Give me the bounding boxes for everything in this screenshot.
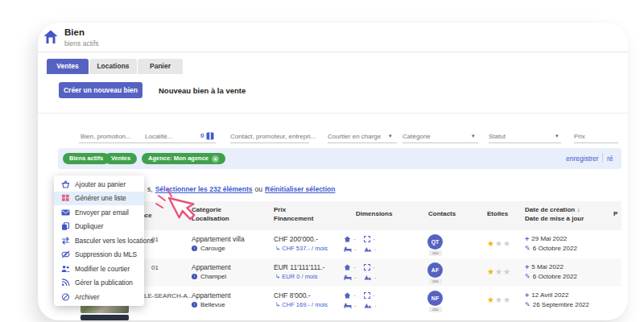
header-label: Date de création	[525, 206, 575, 213]
map-icon[interactable]	[206, 132, 214, 140]
header-etoiles: Etoiles	[487, 210, 508, 217]
dim-value: -	[354, 246, 357, 253]
cell-prix: CHF 200'000.-	[274, 235, 318, 243]
basket-icon	[61, 180, 70, 188]
menu-item-label: Ajouter au panier	[75, 180, 126, 188]
table-row[interactable]: LE-SEARCH-A... Appartement i Bellevue CH…	[77, 287, 621, 315]
property-photo-thumbnail[interactable]	[80, 315, 129, 320]
selection-prefix: s,	[147, 185, 153, 193]
info-icon: i	[192, 302, 197, 308]
header-divider	[38, 52, 628, 52]
cell-prix: CHF 8'000.-	[274, 291, 311, 299]
prix-input[interactable]: Prix	[574, 133, 585, 140]
menu-item-label: Basculer vers les locations	[75, 237, 154, 245]
header-p-cut: P	[613, 210, 617, 217]
info-icon: i	[192, 246, 197, 251]
terrain-icon	[364, 303, 372, 308]
table-row[interactable]: 01 Appartement i Champel EUR 11'111'111.…	[77, 258, 621, 287]
contact-input[interactable]: Contact, promoteur, entrepri...	[230, 133, 316, 140]
cell-financement: CHF 537.- / mois	[282, 245, 328, 252]
contact-role-badge: cou	[429, 279, 442, 284]
bed-icon	[344, 303, 352, 308]
header-categorie: Catégorie	[192, 206, 221, 213]
chip-biens-actifs[interactable]: Biens actifs	[63, 153, 109, 164]
chip-label: Agence: Mon agence	[148, 153, 208, 164]
toolbar-divider	[38, 113, 628, 114]
cell-localisation: Bellevue	[200, 301, 225, 308]
table-header-row: Référence Catégorie Localisation Prix Fi…	[77, 201, 621, 230]
cell-date-creation: 5 Mai 2022	[531, 263, 564, 271]
list-grid-icon	[61, 194, 70, 202]
header-dimensions: Dimensions	[356, 210, 392, 217]
star-rating[interactable]: ★★★	[487, 295, 511, 304]
select-all-link[interactable]: Sélectionner les 232 éléments	[155, 185, 253, 193]
save-filter-link[interactable]: enregistrer	[566, 155, 599, 163]
menu-item-label: Générer une liste	[75, 194, 126, 202]
terrain-icon	[364, 275, 372, 280]
sub-arrow-icon: ↳	[275, 273, 280, 280]
contact-avatar[interactable]: NF	[427, 291, 443, 306]
dim-value: -	[354, 274, 357, 281]
menu-item-label: Archiver	[75, 293, 99, 301]
menu-item-basculer-vers-locations[interactable]: Basculer vers les locations	[54, 233, 144, 248]
menu-item-ajouter-au-panier[interactable]: Ajouter au panier	[54, 177, 144, 192]
star-rating[interactable]: ★★★	[487, 267, 511, 276]
menu-item-archiver[interactable]: Archiver	[54, 290, 144, 304]
table-row[interactable]: 01 Appartement villa i Carouge CHF 200'0…	[77, 230, 621, 258]
tab-panier[interactable]: Panier	[138, 59, 183, 74]
search-bien-input[interactable]: Bien, promotion...	[80, 133, 131, 140]
dim-value: -	[354, 302, 357, 309]
header-localisation: Localisation	[192, 215, 229, 222]
statut-select[interactable]: Statut	[489, 133, 506, 140]
chip-ventes[interactable]: Ventes	[105, 153, 137, 164]
tab-ventes[interactable]: Ventes	[47, 59, 89, 74]
underline	[489, 142, 561, 143]
dim-value: -	[373, 235, 375, 242]
created-icon: +	[525, 235, 529, 243]
menu-item-envoyer-par-email[interactable]: Envoyer par email	[54, 205, 144, 220]
area-icon	[364, 264, 370, 270]
star-rating[interactable]: ★★★	[487, 239, 511, 248]
menu-item-gerer-la-publication[interactable]: Gérer la publication	[54, 276, 144, 291]
archive-block-icon	[61, 293, 70, 301]
selection-bar: s, Sélectionner les 232 éléments ou Réin…	[147, 185, 335, 193]
tab-locations[interactable]: Locations	[89, 59, 137, 74]
cell-categorie: Appartement	[192, 263, 231, 271]
table-row-partial[interactable]	[77, 315, 621, 320]
cell-date-creation: 29 Mai 2022	[531, 235, 567, 243]
create-bien-button[interactable]: Créer un nouveau bien	[59, 82, 142, 98]
underline	[230, 142, 309, 143]
cell-localisation: Carouge	[200, 245, 225, 252]
sort-desc-icon[interactable]: ↓	[576, 206, 580, 213]
contact-role-badge: cou	[429, 307, 442, 312]
chip-agence[interactable]: Agence: Mon agence ×	[142, 153, 225, 164]
menu-item-dupliquer[interactable]: Dupliquer	[54, 220, 144, 234]
contact-avatar[interactable]: AF	[427, 262, 443, 278]
cell-localisation: Champel	[200, 273, 226, 280]
bed-icon	[344, 246, 352, 252]
app-logo-house-icon	[43, 29, 59, 45]
row-context-menu: Ajouter au panier Générer une liste Envo…	[54, 175, 144, 306]
header-date-creation[interactable]: Date de création ↓	[525, 206, 580, 213]
menu-item-suppression-du-mls[interactable]: Suppression du MLS	[54, 248, 144, 262]
header-date-maj: Date de mise à jour	[525, 215, 584, 222]
eye-off-icon	[61, 250, 70, 258]
cell-categorie: Appartement villa	[192, 235, 245, 243]
close-icon[interactable]: ×	[212, 155, 219, 163]
menu-item-generer-une-liste[interactable]: Générer une liste	[54, 192, 144, 206]
reset-selection-link[interactable]: Réinitialiser sélection	[265, 185, 335, 193]
localite-input[interactable]: Localité...	[145, 133, 172, 140]
reset-filter-link[interactable]: ré	[607, 155, 613, 163]
created-icon: +	[525, 291, 529, 299]
menu-item-label: Envoyer par email	[75, 208, 129, 217]
menu-item-label: Modifier le courtier	[75, 265, 130, 273]
bed-icon	[344, 275, 352, 280]
menu-item-modifier-le-courtier[interactable]: Modifier le courtier	[54, 262, 144, 276]
underline	[145, 142, 216, 143]
dim-value: -	[353, 263, 356, 270]
edit-pencil-icon: ✎	[525, 245, 530, 252]
categorie-select[interactable]: Catégorie	[402, 133, 431, 140]
courtier-select[interactable]: Courtier en charge	[328, 133, 381, 140]
contact-avatar[interactable]: QT	[427, 234, 443, 250]
rooms-house-icon	[344, 236, 351, 242]
